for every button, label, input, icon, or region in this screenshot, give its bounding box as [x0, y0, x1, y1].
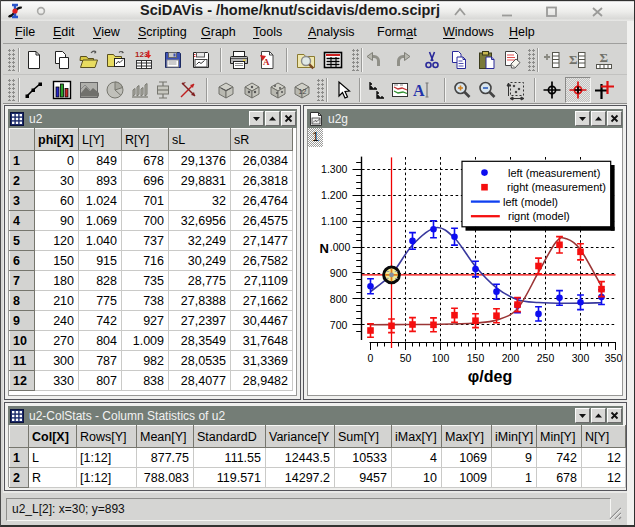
svg-text:left (measurement): left (measurement) [508, 167, 600, 179]
svg-text:250: 250 [537, 352, 555, 364]
svg-text:.000: .000 [330, 241, 351, 253]
svg-text:1.200: 1.200 [321, 189, 347, 201]
svg-text:900: 900 [330, 267, 348, 279]
svg-text:150: 150 [467, 352, 485, 364]
svg-text:right (measurement): right (measurement) [507, 181, 606, 193]
svg-text:rignt (model): rignt (model) [508, 210, 570, 222]
svg-text:350: 350 [605, 352, 623, 364]
svg-text:left (model): left (model) [503, 196, 558, 208]
svg-text:12: 12 [299, 88, 307, 95]
svg-text:200: 200 [502, 352, 520, 364]
svg-text:N: N [320, 241, 329, 256]
svg-text:0: 0 [368, 352, 374, 364]
svg-text:300: 300 [572, 352, 590, 364]
svg-text:700: 700 [330, 319, 348, 331]
svg-text:100: 100 [432, 352, 450, 364]
svg-text:A: A [413, 82, 425, 99]
svg-text:Σ: Σ [569, 52, 578, 67]
svg-text:A: A [263, 57, 270, 67]
svg-text:1.100: 1.100 [321, 215, 347, 227]
svg-text:φ/deg: φ/deg [468, 368, 512, 385]
svg-text:1.300: 1.300 [321, 163, 347, 175]
svg-text:800: 800 [330, 293, 348, 305]
svg-text:123: 123 [135, 50, 149, 59]
svg-text:Σ: Σ [600, 50, 609, 65]
svg-text:50: 50 [400, 352, 412, 364]
